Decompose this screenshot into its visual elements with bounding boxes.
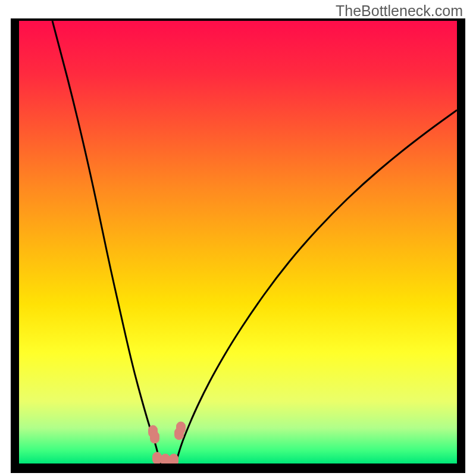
data-marker [152, 452, 162, 464]
data-marker [161, 454, 170, 464]
chart-svg [19, 21, 457, 464]
left-curve [52, 21, 161, 464]
plot-area [19, 21, 457, 464]
right-curve [176, 110, 457, 464]
data-marker [176, 422, 186, 434]
watermark-text: TheBottleneck.com [336, 2, 463, 20]
chart-frame [11, 18, 465, 473]
data-marker [169, 454, 178, 464]
marker-group [148, 422, 186, 464]
data-marker [150, 431, 159, 444]
